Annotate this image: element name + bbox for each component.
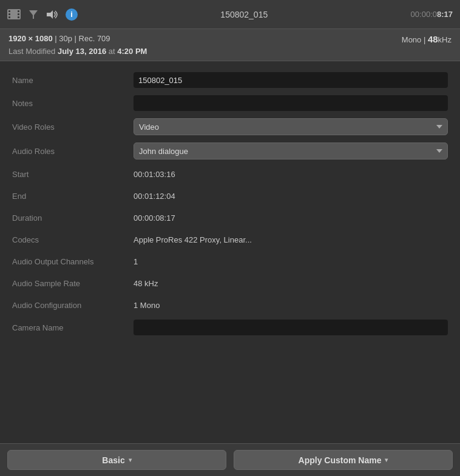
audio-sample-row: Audio Sample Rate 48 kHz — [0, 272, 460, 294]
duration-value: 00:00:08:17 — [134, 213, 448, 223]
notes-input[interactable] — [134, 95, 448, 111]
info-icon[interactable]: i — [66, 8, 78, 21]
toolbar-title: 150802_015 — [78, 10, 411, 19]
audio-roles-select[interactable]: John dialogue — [134, 142, 448, 159]
codecs-value: Apple ProRes 422 Proxy, Linear... — [134, 235, 448, 244]
svg-rect-3 — [8, 16, 10, 18]
filter-icon[interactable] — [27, 8, 40, 21]
audio-roles-label: Audio Roles — [12, 147, 134, 156]
bottom-bar: Basic ▾ Apply Custom Name ▾ — [0, 443, 460, 476]
basic-label: Basic — [102, 455, 124, 465]
custom-name-chevron-icon: ▾ — [385, 457, 388, 463]
basic-chevron-icon: ▾ — [129, 457, 132, 463]
camera-name-label: Camera Name — [12, 323, 134, 332]
meta-row2: Last Modified July 13, 2016 at 4:20 PM — [8, 47, 452, 56]
svg-rect-6 — [18, 16, 19, 18]
svg-rect-2 — [8, 13, 10, 15]
codecs-row: Codecs Apple ProRes 422 Proxy, Linear... — [0, 229, 460, 250]
svg-rect-5 — [18, 13, 19, 15]
svg-marker-9 — [47, 10, 53, 19]
main-content: 1920 × 1080 | 30p | Rec. 709 Mono | 48kH… — [0, 29, 460, 476]
audio-config-label: Audio Configuration — [12, 301, 134, 310]
start-row: Start 00:01:03:16 — [0, 163, 460, 185]
speaker-icon[interactable] — [46, 8, 59, 21]
notes-row: Notes — [0, 92, 460, 115]
camera-name-row: Camera Name — [0, 316, 460, 339]
video-roles-label: Video Roles — [12, 122, 134, 132]
end-label: End — [12, 192, 134, 201]
name-row: Name — [0, 69, 460, 92]
audio-output-row: Audio Output Channels 1 — [0, 250, 460, 272]
custom-name-label: Apply Custom Name — [299, 455, 382, 465]
notes-label: Notes — [12, 99, 134, 108]
audio-sample-value: 48 kHz — [134, 279, 448, 288]
duration-row: Duration 00:00:08:17 — [0, 207, 460, 229]
svg-marker-8 — [29, 10, 38, 19]
toolbar: i 150802_015 00:00:08:17 — [0, 0, 460, 29]
audio-roles-row: Audio Roles John dialogue — [0, 139, 460, 163]
codecs-label: Codecs — [12, 235, 134, 244]
start-value: 00:01:03:16 — [134, 170, 448, 179]
meta-bar: 1920 × 1080 | 30p | Rec. 709 Mono | 48kH… — [0, 29, 460, 61]
apply-custom-name-button[interactable]: Apply Custom Name ▾ — [234, 450, 453, 470]
name-label: Name — [12, 76, 134, 85]
name-input[interactable] — [134, 72, 448, 88]
video-roles-select[interactable]: Video — [134, 118, 448, 135]
start-label: Start — [12, 170, 134, 179]
audio-config-row: Audio Configuration 1 Mono — [0, 294, 460, 316]
basic-button[interactable]: Basic ▾ — [7, 450, 226, 470]
toolbar-icons: i — [7, 8, 78, 21]
info-panel: Name Notes Video Roles Video Audio Roles… — [0, 61, 460, 443]
audio-info: Mono | 48kHz — [402, 34, 452, 44]
audio-config-value: 1 Mono — [134, 301, 448, 310]
video-roles-row: Video Roles Video — [0, 115, 460, 139]
svg-rect-7 — [11, 9, 17, 19]
meta-row1: 1920 × 1080 | 30p | Rec. 709 Mono | 48kH… — [8, 34, 452, 44]
resolution-info: 1920 × 1080 | 30p | Rec. 709 — [8, 34, 110, 44]
camera-name-input[interactable] — [134, 320, 448, 335]
end-value: 00:01:12:04 — [134, 192, 448, 201]
file-name: 150802_015 — [220, 10, 268, 19]
audio-sample-label: Audio Sample Rate — [12, 279, 134, 288]
svg-rect-1 — [8, 10, 10, 12]
duration-label: Duration — [12, 213, 134, 223]
svg-rect-4 — [18, 10, 19, 12]
toolbar-time: 00:00:08:17 — [411, 10, 453, 19]
end-row: End 00:01:12:04 — [0, 185, 460, 207]
film-icon[interactable] — [7, 8, 21, 21]
audio-output-value: 1 — [134, 257, 448, 266]
audio-output-label: Audio Output Channels — [12, 257, 134, 266]
